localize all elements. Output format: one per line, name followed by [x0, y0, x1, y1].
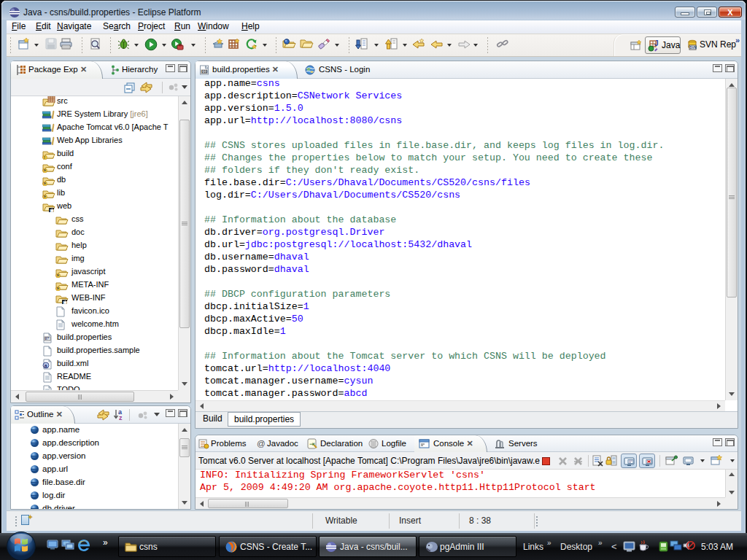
svg-text:»: » [57, 286, 60, 291]
svg-text:»: » [44, 168, 47, 173]
svg-text:!: ! [44, 155, 45, 160]
svg-text:z: z [119, 414, 123, 421]
svg-text:✱: ✱ [63, 300, 68, 305]
svg-text:a: a [44, 363, 47, 368]
svg-text:✱: ✱ [50, 208, 55, 213]
svg-text:0?: 0? [44, 337, 49, 341]
svg-text:»: » [44, 194, 47, 199]
svg-text:J: J [654, 39, 659, 47]
svg-text:»: » [44, 181, 47, 186]
svg-text:SVN: SVN [690, 46, 697, 50]
svg-text:»: » [57, 273, 60, 278]
svg-text:010: 010 [201, 70, 207, 74]
